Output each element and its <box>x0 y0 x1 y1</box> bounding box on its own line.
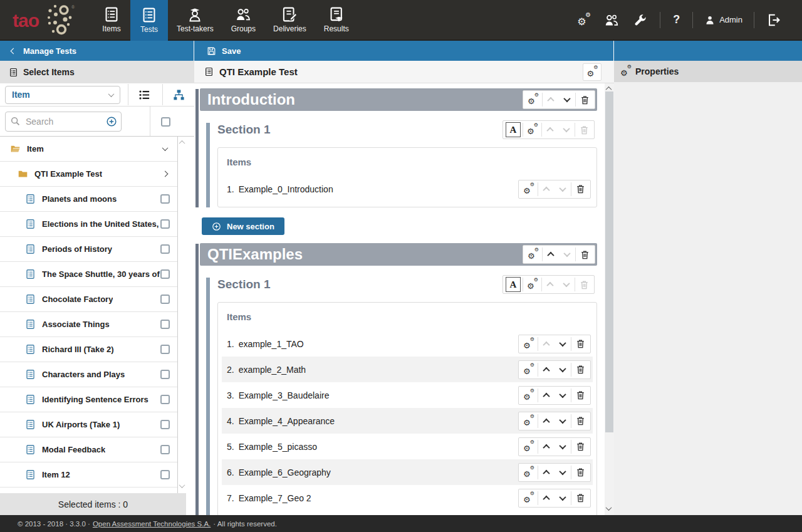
help-button[interactable]: ? <box>665 13 687 26</box>
move-down-button[interactable] <box>555 489 571 507</box>
delete-item-button[interactable] <box>571 387 590 404</box>
move-down-button[interactable] <box>558 121 575 138</box>
tab-groups[interactable]: Groups <box>222 0 264 39</box>
item-checkbox[interactable] <box>160 269 170 279</box>
tree-item[interactable]: UK Airports (Take 1) <box>0 412 177 437</box>
oat-link[interactable]: Open Assessment Technologies S.A. <box>93 520 211 528</box>
delete-item-button[interactable] <box>571 489 590 507</box>
part-drag-handle[interactable] <box>195 244 199 515</box>
tree-item[interactable]: Identifying Sentence Errors <box>0 387 177 412</box>
search-input[interactable] <box>5 112 122 132</box>
item-settings-button[interactable]: ⚙⚙ <box>519 489 538 507</box>
move-up-button[interactable] <box>543 246 559 263</box>
user-account-button[interactable]: Admin <box>698 14 749 26</box>
new-section-button[interactable]: New section <box>202 217 284 235</box>
item-settings-button[interactable]: ⚙⚙ <box>519 180 538 198</box>
move-up-button[interactable] <box>538 387 555 404</box>
tree-item[interactable]: Periods of History <box>0 237 177 262</box>
item-settings-button[interactable]: ⚙⚙ <box>519 412 538 430</box>
delete-part-button[interactable] <box>576 91 594 108</box>
item-row[interactable]: 3. Example_3_Baudelaire ⚙⚙ <box>222 382 593 408</box>
item-checkbox[interactable] <box>160 219 170 229</box>
delete-part-button[interactable] <box>576 246 594 263</box>
tab-tests[interactable]: Tests <box>130 0 168 41</box>
tree-folder-item-root[interactable]: Item <box>0 137 177 162</box>
tree-item[interactable]: Associate Things <box>0 312 177 337</box>
move-down-button[interactable] <box>555 464 571 481</box>
move-down-button[interactable] <box>555 412 571 430</box>
delete-section-button[interactable] <box>575 276 593 293</box>
test-settings-button[interactable]: ⚙⚙ <box>583 63 602 81</box>
item-checkbox[interactable] <box>160 244 170 254</box>
list-view-button[interactable] <box>133 85 155 104</box>
item-checkbox[interactable] <box>160 395 170 404</box>
scrollbar-thumb[interactable] <box>605 91 613 432</box>
item-row[interactable]: 1. example_1_TAO ⚙⚙ <box>222 331 593 357</box>
move-up-button[interactable] <box>538 489 555 507</box>
tree-view-button[interactable] <box>168 85 189 104</box>
delete-item-button[interactable] <box>571 412 590 430</box>
item-row[interactable]: 1. Example_0_Introduction ⚙⚙ <box>222 176 593 202</box>
item-row[interactable]: 2. example_2_Math ⚙⚙ <box>222 357 593 382</box>
move-down-button[interactable] <box>558 276 575 293</box>
item-checkbox[interactable] <box>160 420 170 429</box>
move-down-button[interactable] <box>555 335 571 353</box>
delete-section-button[interactable] <box>575 121 593 138</box>
item-settings-button[interactable]: ⚙⚙ <box>519 464 538 481</box>
tree-item[interactable]: Richard III (Take 2) <box>0 337 177 362</box>
item-settings-button[interactable]: ⚙⚙ <box>519 335 538 353</box>
select-all-checkbox[interactable] <box>161 117 170 127</box>
logout-icon[interactable] <box>766 13 781 28</box>
tab-deliveries[interactable]: Deliveries <box>264 0 315 39</box>
move-down-button[interactable] <box>555 387 571 404</box>
tree-item[interactable]: Elections in the United States, 2... <box>0 212 177 237</box>
save-button[interactable]: Save <box>207 46 241 56</box>
tao-logo[interactable]: tao ® <box>0 0 93 39</box>
tree-scroll-down-icon[interactable] <box>179 482 185 488</box>
tools-wrench-icon[interactable] <box>633 13 648 28</box>
rubric-block-button[interactable]: A <box>506 122 521 137</box>
item-checkbox[interactable] <box>160 445 170 454</box>
move-up-button[interactable] <box>542 121 558 138</box>
move-up-button[interactable] <box>538 361 555 378</box>
part-settings-button[interactable]: ⚙⚙ <box>524 91 542 108</box>
move-down-button[interactable] <box>555 438 571 456</box>
tree-item[interactable]: Chocolate Factory <box>0 287 177 312</box>
user-management-icon[interactable] <box>604 13 619 28</box>
item-settings-button[interactable]: ⚙⚙ <box>519 387 538 404</box>
tree-scroll-up-icon[interactable] <box>179 140 185 147</box>
plus-circle-icon[interactable] <box>106 116 117 127</box>
item-row[interactable]: 6. Example_6_Geography ⚙⚙ <box>222 459 593 485</box>
item-checkbox[interactable] <box>160 470 170 479</box>
move-up-button[interactable] <box>542 276 558 293</box>
scroll-down-icon[interactable] <box>606 504 612 511</box>
delete-item-button[interactable] <box>571 438 590 456</box>
back-to-manage-tests[interactable]: Manage Tests <box>0 41 194 61</box>
delete-item-button[interactable] <box>571 180 590 198</box>
section-settings-button[interactable]: ⚙⚙ <box>523 121 541 138</box>
item-checkbox[interactable] <box>160 370 170 379</box>
tab-results[interactable]: Results <box>315 0 358 39</box>
delete-item-button[interactable] <box>571 335 590 353</box>
item-settings-button[interactable]: ⚙⚙ <box>519 361 538 378</box>
item-checkbox[interactable] <box>160 320 170 329</box>
move-down-button[interactable] <box>559 246 575 263</box>
item-row[interactable]: 5. Example_5_picasso ⚙⚙ <box>222 434 593 459</box>
move-down-button[interactable] <box>555 180 571 198</box>
tree-item[interactable]: Modal Feedback <box>0 437 177 462</box>
move-up-button[interactable] <box>538 438 555 456</box>
item-row[interactable]: 4. Example_4_Appearance ⚙⚙ <box>222 408 593 434</box>
item-settings-button[interactable]: ⚙⚙ <box>519 438 538 456</box>
tree-item[interactable]: Planets and moons <box>0 187 177 212</box>
item-row[interactable]: 7. Example_7_Geo 2 ⚙⚙ <box>222 485 593 511</box>
item-checkbox[interactable] <box>160 295 170 304</box>
move-up-button[interactable] <box>538 180 555 198</box>
delete-item-button[interactable] <box>571 464 590 481</box>
section-settings-button[interactable]: ⚙⚙ <box>523 276 541 293</box>
delete-item-button[interactable] <box>571 361 590 378</box>
part-header-bar[interactable]: Introduction ⚙⚙ <box>200 88 597 111</box>
move-up-button[interactable] <box>543 91 559 108</box>
move-up-button[interactable] <box>538 464 555 481</box>
tab-test-takers[interactable]: Test-takers <box>168 0 222 39</box>
part-settings-button[interactable]: ⚙⚙ <box>524 246 542 263</box>
